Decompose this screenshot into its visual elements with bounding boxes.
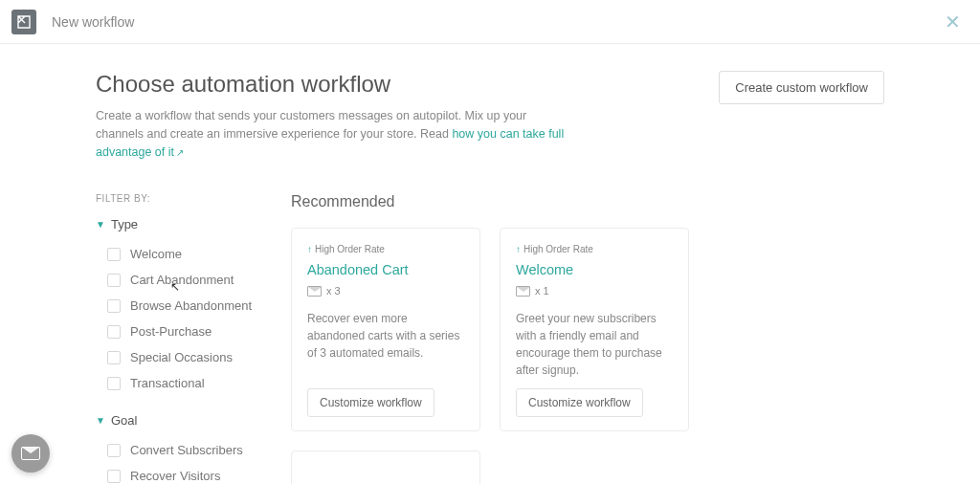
cards-row-1: ↑High Order RateAbandoned Cartx 3Recover… bbox=[291, 228, 884, 484]
filter-item[interactable]: Convert Subscribers bbox=[107, 437, 291, 463]
close-button[interactable]: ✕ bbox=[937, 7, 969, 37]
workflow-card: Order Confirmationx 1Send a receipt and … bbox=[291, 451, 480, 484]
page-subtext: Create a workflow that sends your custom… bbox=[96, 107, 574, 161]
app-logo bbox=[11, 10, 36, 34]
logo-icon bbox=[16, 14, 32, 30]
checkbox[interactable] bbox=[107, 274, 121, 287]
checkbox[interactable] bbox=[107, 351, 121, 364]
filter-item[interactable]: Cart Abandonment bbox=[107, 267, 291, 293]
checkbox[interactable] bbox=[107, 299, 121, 313]
checkbox[interactable] bbox=[107, 248, 121, 261]
filter-item-label: Browse Abandonment bbox=[130, 298, 252, 313]
arrow-up-icon: ↑ bbox=[516, 244, 521, 254]
badge-text: High Order Rate bbox=[315, 244, 385, 254]
filter-sidebar: FILTER BY: ▼TypeWelcomeCart AbandonmentB… bbox=[96, 193, 291, 484]
create-custom-workflow-button[interactable]: Create custom workflow bbox=[719, 71, 884, 104]
filter-item-label: Cart Abandonment bbox=[130, 273, 234, 287]
card-title[interactable]: Abandoned Cart bbox=[307, 262, 464, 277]
envelope-icon bbox=[516, 286, 530, 297]
filter-item-label: Convert Subscribers bbox=[130, 443, 243, 457]
filter-item[interactable]: Browse Abandonment bbox=[107, 293, 291, 319]
filter-by-label: FILTER BY: bbox=[96, 193, 291, 204]
filter-item[interactable]: Post-Purchase bbox=[107, 319, 291, 344]
external-link-icon: ↗ bbox=[176, 147, 184, 158]
customize-workflow-button[interactable]: Customize workflow bbox=[516, 388, 643, 417]
checkbox[interactable] bbox=[107, 325, 121, 339]
filter-group-type[interactable]: ▼Type bbox=[96, 217, 291, 231]
filter-item[interactable]: Welcome bbox=[107, 241, 291, 267]
main-area: Recommended ↑High Order RateAbandoned Ca… bbox=[291, 193, 884, 484]
filter-item[interactable]: Recover Visitors bbox=[107, 463, 291, 484]
section-title-recommended: Recommended bbox=[291, 193, 884, 210]
filter-item-label: Recover Visitors bbox=[130, 469, 220, 483]
filter-item[interactable]: Special Occasions bbox=[107, 344, 291, 370]
filter-item[interactable]: Transactional bbox=[107, 370, 291, 396]
caret-down-icon: ▼ bbox=[96, 219, 105, 230]
badge-text: High Order Rate bbox=[523, 244, 593, 254]
filter-group-label: Goal bbox=[111, 413, 137, 428]
customize-workflow-button[interactable]: Customize workflow bbox=[307, 388, 434, 417]
card-description: Greet your new subscribers with a friend… bbox=[516, 310, 673, 379]
count-text: x 1 bbox=[535, 285, 549, 297]
content-row: FILTER BY: ▼TypeWelcomeCart AbandonmentB… bbox=[0, 161, 980, 484]
mail-icon bbox=[21, 447, 40, 460]
support-chat-fab[interactable] bbox=[11, 434, 50, 473]
message-count: x 3 bbox=[307, 285, 464, 297]
checkbox[interactable] bbox=[107, 470, 121, 483]
page-header: Choose automation workflow Create a work… bbox=[0, 71, 980, 161]
envelope-icon bbox=[307, 286, 322, 297]
high-order-rate-badge: ↑High Order Rate bbox=[307, 244, 464, 254]
card-description: Recover even more abandoned carts with a… bbox=[307, 310, 464, 379]
filter-item-label: Special Occasions bbox=[130, 350, 233, 364]
message-count: x 1 bbox=[516, 285, 673, 297]
topbar: New workflow ✕ bbox=[0, 0, 980, 44]
filter-group-goal[interactable]: ▼Goal bbox=[96, 413, 291, 428]
arrow-up-icon: ↑ bbox=[307, 244, 312, 254]
filter-item-label: Post-Purchase bbox=[130, 324, 212, 339]
workflow-card: ↑High Order RateWelcomex 1Greet your new… bbox=[500, 228, 689, 431]
checkbox[interactable] bbox=[107, 377, 121, 390]
checkbox[interactable] bbox=[107, 444, 121, 457]
high-order-rate-badge: ↑High Order Rate bbox=[516, 244, 673, 254]
filter-item-label: Transactional bbox=[130, 376, 205, 390]
caret-down-icon: ▼ bbox=[96, 415, 105, 426]
count-text: x 3 bbox=[326, 285, 341, 297]
card-title[interactable]: Welcome bbox=[516, 262, 673, 277]
filter-item-label: Welcome bbox=[130, 247, 182, 261]
page-body: Choose automation workflow Create a work… bbox=[0, 44, 980, 484]
topbar-title: New workflow bbox=[52, 14, 134, 30]
page-title: Choose automation workflow bbox=[96, 71, 574, 98]
header-left: Choose automation workflow Create a work… bbox=[96, 71, 574, 161]
workflow-card: ↑High Order RateAbandoned Cartx 3Recover… bbox=[291, 228, 480, 431]
filter-group-label: Type bbox=[111, 217, 138, 231]
